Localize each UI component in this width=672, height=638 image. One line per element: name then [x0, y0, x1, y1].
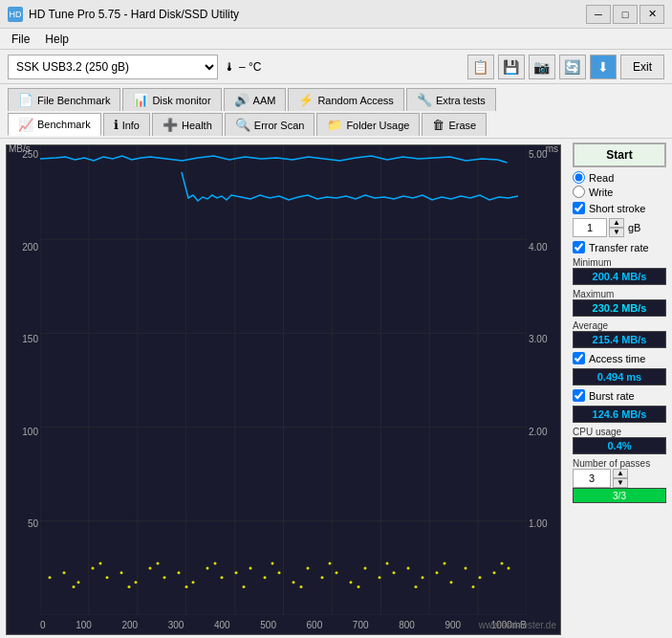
- access-time-dots: [49, 561, 510, 588]
- write-radio[interactable]: Write: [573, 186, 666, 198]
- svg-point-62: [415, 585, 418, 588]
- app-icon: HD: [8, 7, 23, 22]
- tab-error-scan[interactable]: 🔍 Error Scan: [225, 113, 315, 136]
- transfer-rate-label: Transfer rate: [589, 242, 649, 253]
- info-icon: ℹ: [114, 118, 119, 132]
- tab-aam[interactable]: 🔊 AAM: [224, 88, 287, 111]
- read-radio-input[interactable]: [573, 171, 585, 184]
- svg-point-47: [479, 576, 482, 579]
- health-icon: ➕: [163, 118, 178, 132]
- tab-folder-usage[interactable]: 📁 Folder Usage: [316, 113, 420, 136]
- short-stroke-label: Short stroke: [589, 203, 645, 214]
- start-button[interactable]: Start: [573, 143, 666, 167]
- passes-value-input[interactable]: [573, 469, 611, 488]
- tab-benchmark[interactable]: 📈 Benchmark: [8, 113, 101, 136]
- tab-random-access-label: Random Access: [317, 95, 393, 106]
- tab-disk-monitor[interactable]: 📊 Disk monitor: [122, 88, 221, 111]
- svg-point-56: [243, 585, 246, 588]
- minimize-button[interactable]: ─: [586, 5, 611, 24]
- svg-point-46: [465, 566, 467, 569]
- svg-point-60: [358, 585, 360, 588]
- svg-point-33: [278, 571, 281, 574]
- svg-point-26: [178, 571, 181, 574]
- short-stroke-spin-buttons: ▲ ▼: [609, 218, 624, 237]
- temp-display: 🌡 – °C: [224, 60, 261, 74]
- average-label: Average: [573, 320, 666, 331]
- svg-point-24: [149, 566, 152, 569]
- chart-y-left: 250 200 150 100 50: [7, 145, 40, 615]
- transfer-rate-checkbox[interactable]: Transfer rate: [573, 241, 666, 253]
- access-time-input[interactable]: [573, 352, 585, 364]
- file-benchmark-icon: 📄: [18, 93, 33, 107]
- exit-button[interactable]: Exit: [620, 55, 664, 79]
- tab-health[interactable]: ➕ Health: [152, 113, 223, 136]
- maximize-button[interactable]: □: [613, 5, 638, 24]
- svg-point-43: [422, 576, 424, 579]
- write-radio-input[interactable]: [573, 186, 585, 198]
- tab-extra-tests[interactable]: 🔧 Extra tests: [406, 88, 496, 111]
- svg-point-34: [293, 581, 295, 583]
- extra-tests-icon: 🔧: [417, 93, 432, 107]
- svg-point-38: [350, 581, 353, 583]
- svg-point-17: [49, 576, 52, 579]
- toolbar-btn-1[interactable]: 📋: [467, 55, 494, 79]
- svg-point-29: [221, 576, 224, 579]
- toolbar-btn-5[interactable]: ⬇: [590, 55, 617, 79]
- passes-progress-bar: 3/3: [573, 488, 666, 503]
- tab-erase-label: Erase: [448, 120, 476, 131]
- svg-point-64: [472, 585, 475, 588]
- menu-file[interactable]: File: [4, 31, 37, 48]
- burst-rate-checkbox[interactable]: Burst rate: [573, 389, 666, 402]
- short-stroke-value-input[interactable]: [573, 218, 607, 237]
- tab-info-label: Info: [122, 120, 140, 131]
- svg-point-63: [444, 561, 446, 564]
- read-write-radio: Read Write: [573, 171, 666, 198]
- close-button[interactable]: ✕: [639, 5, 664, 24]
- read-radio[interactable]: Read: [573, 171, 666, 184]
- short-stroke-input[interactable]: [573, 202, 585, 214]
- short-stroke-increment[interactable]: ▲: [609, 218, 624, 228]
- svg-point-59: [329, 561, 332, 564]
- tab-file-benchmark[interactable]: 📄 File Benchmark: [8, 88, 120, 111]
- passes-decrement[interactable]: ▼: [613, 478, 628, 488]
- burst-rate-input[interactable]: [573, 389, 585, 402]
- toolbar-btn-4[interactable]: 🔄: [559, 55, 586, 79]
- write-label: Write: [589, 187, 613, 198]
- tab-folder-usage-label: Folder Usage: [346, 120, 409, 131]
- error-scan-icon: 🔍: [235, 118, 250, 132]
- svg-point-42: [407, 566, 410, 569]
- chart-svg: [40, 145, 527, 615]
- chart-y-right: 5.00 4.00 3.00 2.00 1.00: [527, 145, 560, 615]
- short-stroke-decrement[interactable]: ▼: [609, 228, 624, 237]
- tab-extra-tests-label: Extra tests: [436, 95, 486, 106]
- chart-area: MB/s ms 250 200 150 100 50 5.00 4.00 3.0…: [6, 144, 561, 635]
- drive-select[interactable]: SSK USB3.2 (250 gB): [8, 55, 218, 79]
- folder-usage-icon: 📁: [327, 118, 342, 132]
- tab-info[interactable]: ℹ Info: [103, 113, 150, 136]
- svg-point-39: [364, 566, 367, 569]
- tab-random-access[interactable]: ⚡ Random Access: [288, 88, 403, 111]
- svg-point-27: [192, 581, 195, 583]
- random-access-icon: ⚡: [298, 93, 314, 107]
- maximum-label: Maximum: [573, 289, 666, 299]
- tab-health-label: Health: [182, 120, 212, 131]
- toolbar-icons: 📋 💾 📷 🔄 ⬇ Exit: [467, 55, 664, 79]
- svg-point-57: [271, 561, 274, 564]
- svg-point-48: [493, 571, 496, 574]
- toolbar-btn-3[interactable]: 📷: [529, 55, 555, 79]
- tab-erase[interactable]: 🗑 Erase: [422, 113, 487, 136]
- title-bar: HD HD Tune Pro 5.75 - Hard Disk/SSD Util…: [0, 0, 672, 29]
- svg-point-23: [135, 581, 138, 583]
- maximum-section: Maximum 230.2 MB/s: [573, 289, 666, 317]
- svg-point-51: [99, 561, 102, 564]
- svg-point-54: [185, 585, 188, 588]
- read-label: Read: [589, 172, 614, 184]
- svg-point-30: [235, 571, 238, 574]
- short-stroke-checkbox[interactable]: Short stroke: [573, 202, 666, 214]
- access-time-checkbox[interactable]: Access time: [573, 352, 666, 364]
- svg-point-50: [73, 585, 76, 588]
- menu-help[interactable]: Help: [37, 31, 76, 48]
- transfer-rate-input[interactable]: [573, 241, 585, 253]
- passes-increment[interactable]: ▲: [613, 469, 628, 478]
- toolbar-btn-2[interactable]: 💾: [498, 55, 525, 79]
